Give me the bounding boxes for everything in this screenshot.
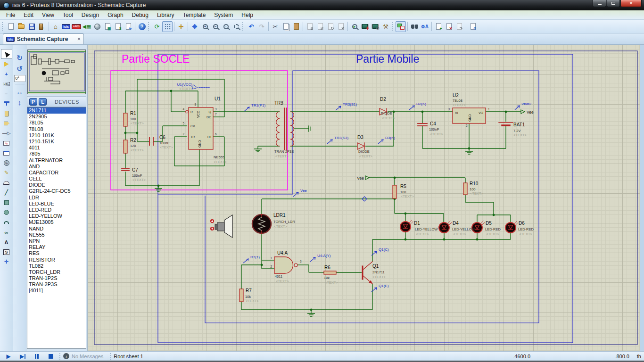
menu-tool[interactable]: Tool [58,10,77,20]
device-list-item[interactable]: 1210-101K [27,132,86,139]
cut-button[interactable]: ✂ [270,21,281,32]
mobile-region-title[interactable]: Partie Mobile [356,53,419,65]
home-button[interactable]: ⌂ [50,21,61,32]
2d-symbol-mode-button[interactable]: S [1,247,12,257]
current-probe-mode-button[interactable] [1,178,12,188]
play-button[interactable]: ▶ [3,353,14,360]
device-list-item[interactable]: TORCH_LDR [27,269,86,275]
component-r10[interactable] [463,183,467,195]
component-r5[interactable] [393,185,396,198]
block-copy-button[interactable]: ⇊ [305,21,315,32]
zoom-out-button[interactable]: − [210,21,221,32]
voltage-probe-mode-button[interactable]: ✎ [1,168,12,178]
device-list-item[interactable]: 1210-151K [27,139,86,145]
pick-devices-button[interactable]: P [29,98,37,106]
menu-design[interactable]: Design [77,10,103,20]
component-d4-led[interactable] [439,221,452,233]
device-list-item[interactable]: TL082 [27,263,86,269]
menu-system[interactable]: System [210,10,237,20]
redo-button[interactable]: ↷ [256,21,267,32]
2d-path-mode-button[interactable]: ∞ [1,227,12,237]
device-list-item[interactable]: TRAN-2P3S [27,281,86,288]
search-tag-button[interactable] [409,21,420,32]
vee-terminal-right[interactable] [521,110,525,114]
undo-button[interactable]: ↶ [246,21,256,32]
terminal-mode-button[interactable] [1,118,12,128]
component-c4[interactable] [418,123,427,126]
component-d1-led[interactable] [400,220,413,232]
menu-library[interactable]: Library [153,10,179,20]
device-list-item[interactable]: LDR [27,195,86,201]
schematic-canvas[interactable]: Partie SOCLE Partie Mobile [88,45,640,351]
mirror-vertical-button[interactable]: ↕ [14,97,25,107]
zoom-area-button[interactable] [231,21,241,32]
import-button[interactable] [37,21,47,32]
2d-text-mode-button[interactable]: A [1,237,12,247]
menu-graph[interactable]: Graph [103,10,127,20]
socle-region-title[interactable]: Partie SOCLE [122,53,190,65]
menu-template[interactable]: Template [179,10,210,20]
origin-button[interactable]: ✛ [176,21,186,32]
device-list-item[interactable]: LED-RED [27,207,86,213]
zoom-in-button[interactable]: + [200,21,210,32]
step-button[interactable]: ▶ [17,353,28,360]
paste-button[interactable] [291,21,301,32]
device-list-item[interactable]: NPN [27,238,86,244]
redraw-button[interactable]: ⟳ [152,21,162,32]
tab-schematic-capture[interactable]: isis Schematic Capture × [3,33,84,44]
rotate-anticlockwise-button[interactable]: ↺ [14,64,25,74]
rotate-clockwise-button[interactable]: ↻ [14,53,25,63]
component-bat1-battery[interactable] [499,123,513,125]
bus-mode-button[interactable] [1,99,12,108]
packaging-tool-button[interactable]: ⚙ [370,21,380,32]
help-button[interactable]: ? [137,21,147,32]
vee-terminal-mid[interactable] [365,176,369,180]
3d-viewer-button[interactable] [92,21,102,32]
component-d3-diode[interactable] [357,143,364,149]
library-manager-button[interactable]: L [39,98,47,106]
device-list-item[interactable]: 2N1711 [27,107,86,114]
device-list-item[interactable]: 78L08 [27,126,86,132]
component-ldr1[interactable] [252,214,271,233]
bill-of-materials-button[interactable]: $ [113,21,123,32]
stop-button[interactable] [45,353,57,360]
block-move-button[interactable]: ⇄ [315,21,325,32]
device-list-item[interactable]: LED-YELLOW [27,213,86,219]
text-script-mode-button[interactable]: ≡ [1,89,12,99]
pause-button[interactable] [31,353,42,360]
device-list-item[interactable]: NE555 [27,232,86,238]
component-u4a-nand[interactable] [274,257,297,273]
save-design-button[interactable] [26,21,37,32]
wire-label-mode-button[interactable]: LBL [1,79,12,89]
subcircuit-mode-button[interactable] [1,108,12,118]
device-list-item[interactable]: CAPACITOR [27,170,86,176]
2d-circle-mode-button[interactable] [1,207,12,217]
pan-button[interactable]: ✥ [190,21,200,32]
devices-list[interactable]: 2N17112N290578L0578L081210-101K1210-151K… [27,107,86,349]
device-list-item[interactable]: LED-BLUE [27,201,86,207]
toggle-grid-button[interactable] [162,21,173,32]
device-list-item[interactable]: 4011 [27,145,86,151]
device-list-item[interactable]: NAND [27,226,86,232]
menu-view[interactable]: View [38,10,58,20]
module-button[interactable]: ◀▦ [82,21,92,32]
rotation-angle-field[interactable]: 0° [14,75,25,82]
component-c6[interactable] [149,138,153,145]
menu-debug[interactable]: Debug [128,10,153,20]
close-button[interactable]: ✕ [620,0,642,7]
2d-line-mode-button[interactable]: ╱ [1,188,12,197]
device-list-item[interactable]: RESISTOR [27,257,86,263]
isis-button[interactable]: isis [61,21,71,32]
electrical-rule-check-button[interactable]: ↯ [468,21,478,32]
graph-mode-button[interactable]: ∿ [1,138,12,148]
component-r1[interactable] [124,113,127,126]
menu-file[interactable]: File [2,10,19,20]
schematic-overview[interactable] [27,49,86,94]
menu-edit[interactable]: Edit [19,10,38,20]
component-r6[interactable] [324,271,336,274]
2d-arc-mode-button[interactable] [1,217,12,227]
mirror-horizontal-button[interactable]: ↔ [14,86,25,97]
device-list-item[interactable]: ALTERNATOR [27,157,86,164]
message-info-icon[interactable]: i [63,353,69,359]
block-rotate-button[interactable]: ↻ [325,21,336,32]
